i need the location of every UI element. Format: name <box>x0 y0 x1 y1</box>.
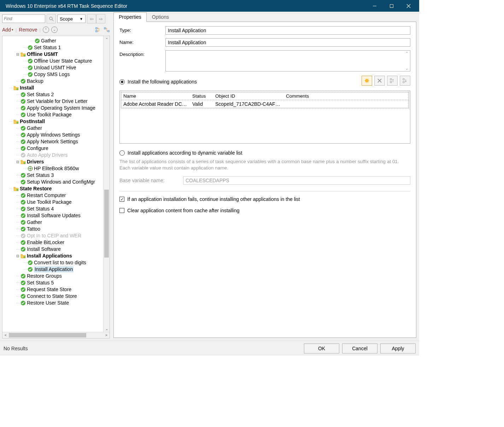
ok-button[interactable]: OK <box>304 344 339 353</box>
scroll-thumb[interactable] <box>104 190 109 258</box>
add-button[interactable]: Add ▾ <box>2 27 13 33</box>
tree-node[interactable]: ⋯Set Status 5 <box>4 279 103 286</box>
collapse-all-button[interactable] <box>95 27 101 33</box>
tree-node[interactable]: ⋯Use Toolkit Package <box>4 111 103 118</box>
nav-back-button[interactable]: ⇦ <box>87 14 96 23</box>
scope-dropdown[interactable]: Scope ▼ <box>57 15 86 23</box>
install-dynamic-radio[interactable] <box>119 150 125 156</box>
expander-minus-icon[interactable]: ⊟ <box>15 253 20 259</box>
tree-node[interactable]: ⋯Install Software Updates <box>4 212 103 219</box>
horizontal-scrollbar[interactable]: < > <box>2 332 110 338</box>
nav-forward-button[interactable]: ⇨ <box>96 14 105 23</box>
maximize-button[interactable] <box>384 0 399 12</box>
search-button[interactable] <box>47 14 56 23</box>
tree-node[interactable]: ⋯Set Status 3 <box>4 172 103 179</box>
tree-node[interactable]: ⋯Enable BitLocker <box>4 239 103 246</box>
tree-node[interactable]: ⋯Opt In to CEIP and WER <box>4 232 103 239</box>
col-name[interactable]: Name <box>121 92 190 100</box>
continue-on-fail-checkbox[interactable] <box>119 197 124 202</box>
tree-node[interactable]: ⊟Install Applications <box>4 253 103 259</box>
tree-node[interactable]: ⋯Auto Apply Drivers <box>4 152 103 158</box>
tree-node[interactable]: ⋯Convert list to two digits <box>4 259 103 266</box>
svg-rect-73 <box>390 81 392 83</box>
tree-node[interactable]: ⋯Set Status 2 <box>4 91 103 98</box>
tab-options[interactable]: Options <box>147 12 174 22</box>
tab-properties[interactable]: Properties <box>113 12 147 22</box>
close-button[interactable] <box>401 0 416 12</box>
expand-all-button[interactable] <box>104 27 110 33</box>
tree-node[interactable]: ⋯Gather <box>4 37 103 44</box>
tree-node[interactable]: ⋯Unload USMT Hive <box>4 64 103 71</box>
check-icon <box>20 105 26 111</box>
col-objectid[interactable]: Object ID <box>213 92 284 100</box>
tree-node[interactable]: ⋯Offline User State Capture <box>4 58 103 64</box>
folder-icon <box>20 52 26 57</box>
tree-node[interactable]: ⋯Install Software <box>4 246 103 253</box>
scroll-down-icon[interactable]: ⌄ <box>104 325 110 332</box>
applications-table[interactable]: Name Status Object ID Comments Adobe Acr… <box>119 91 410 144</box>
tree-node[interactable]: ⋯Use Toolkit Package <box>4 199 103 206</box>
tree-node[interactable]: ⋯Set Status 1 <box>4 44 103 51</box>
tree-node[interactable]: ⋯Set Status 4 <box>4 206 103 212</box>
tree-node[interactable]: ⋯Tattoo <box>4 226 103 232</box>
tree-node[interactable]: ⋯HP EliteBook 8560w <box>4 165 103 172</box>
check-icon <box>20 112 26 118</box>
node-label: Gather <box>27 125 42 131</box>
tree-node[interactable]: ⋯Setup Windows and ConfigMgr <box>4 179 103 185</box>
base-variable-input: COALESCEDAPPS <box>183 176 410 185</box>
tree-node[interactable]: ⋯Backup <box>4 78 103 85</box>
tree-node[interactable]: ⋯Install <box>4 85 103 91</box>
move-up-app-button[interactable] <box>387 76 398 86</box>
tree-node[interactable]: ⋯Restore User State <box>4 300 103 306</box>
tree-node[interactable]: ⋯Restore Groups <box>4 273 103 279</box>
description-input[interactable]: ⌃⌄ <box>165 50 410 71</box>
tree-node[interactable]: ⋯Gather <box>4 125 103 132</box>
tree-node[interactable]: ⋯Configure <box>4 145 103 152</box>
node-label: Install Software <box>27 246 61 252</box>
scroll-right-icon[interactable]: > <box>103 332 110 338</box>
node-label: Use Toolkit Package <box>27 112 72 118</box>
tree-node[interactable]: ⋯Install Application <box>4 266 103 273</box>
tree-node[interactable]: ⋯PostInstall <box>4 118 103 125</box>
tree-node[interactable]: ⋯Gather <box>4 219 103 226</box>
tree-node[interactable]: ⋯Copy SMS Logs <box>4 71 103 78</box>
scroll-up-icon[interactable]: ⌃ <box>104 36 110 42</box>
move-down-app-button[interactable] <box>400 76 410 86</box>
tree-node[interactable]: ⋯Apply Network Settings <box>4 138 103 145</box>
tree-node[interactable]: ⊟Offline USMT <box>4 51 103 58</box>
name-input[interactable] <box>165 38 410 47</box>
node-label: Set Status 5 <box>27 280 54 286</box>
tree-node[interactable]: ⋯Restart Computer <box>4 192 103 199</box>
svg-point-19 <box>16 88 18 90</box>
tab-strip: Properties Options <box>113 12 416 22</box>
delete-app-button[interactable] <box>374 76 385 86</box>
tree-node[interactable]: ⋯State Restore <box>4 185 103 192</box>
check-icon <box>20 206 26 212</box>
remove-button[interactable]: Remove <box>19 27 37 33</box>
check-icon <box>27 267 33 272</box>
new-app-button[interactable] <box>362 76 372 86</box>
tree-node[interactable]: ⊟Drivers <box>4 158 103 165</box>
scroll-left-icon[interactable]: < <box>2 332 9 338</box>
tree-node[interactable]: ⋯Apply Windows Settings <box>4 132 103 138</box>
tree-node[interactable]: ⋯Request State Store <box>4 286 103 293</box>
expander-minus-icon[interactable]: ⊟ <box>15 159 20 165</box>
tree-node[interactable]: ⋯Set Variable for Drive Letter <box>4 98 103 105</box>
col-status[interactable]: Status <box>190 92 213 100</box>
svg-rect-74 <box>403 79 404 80</box>
task-sequence-tree[interactable]: ⋯Gather⋯Set Status 1⊟Offline USMT⋯Offlin… <box>2 36 103 332</box>
move-down-button[interactable]: ⌄ <box>51 27 58 33</box>
tree-node[interactable]: ⋯Apply Operating System Image <box>4 105 103 111</box>
col-comments[interactable]: Comments <box>284 92 409 100</box>
expander-minus-icon[interactable]: ⊟ <box>15 51 20 57</box>
tree-node[interactable]: ⋯Connect to State Store <box>4 293 103 300</box>
install-following-radio[interactable] <box>119 79 125 85</box>
vertical-scrollbar[interactable]: ⌃ ⌄ <box>103 36 110 332</box>
minimize-button[interactable] <box>367 0 382 12</box>
apply-button[interactable]: Apply <box>380 344 416 353</box>
scroll-thumb[interactable] <box>9 333 86 337</box>
clear-cache-checkbox[interactable] <box>119 208 124 213</box>
cancel-button[interactable]: Cancel <box>342 344 377 353</box>
table-row[interactable]: Adobe Acrobat Reader DC - OSD … Valid Sc… <box>121 100 409 108</box>
move-up-button[interactable]: ⌃ <box>43 27 49 33</box>
